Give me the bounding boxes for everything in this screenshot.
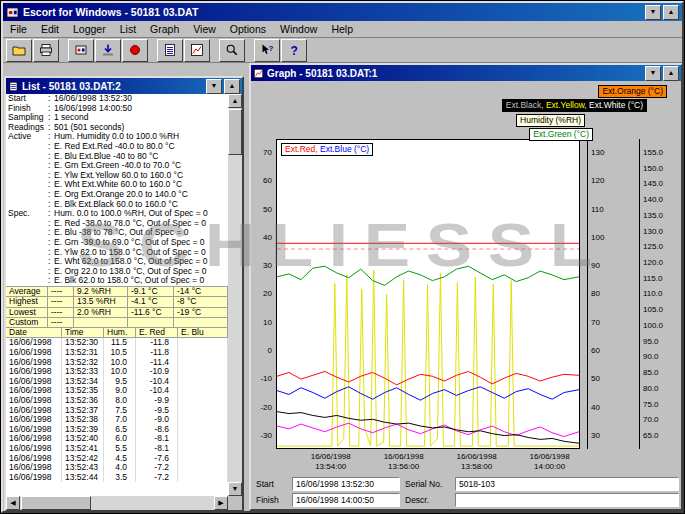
list-body: Start:16/06/1998 13:52:30Finish:16/06/19… — [6, 94, 228, 496]
series-ext-yellow — [277, 270, 579, 446]
axis-tick-label: 65.0 — [643, 431, 675, 440]
graph-view-button[interactable] — [184, 39, 210, 62]
menu-item-edit[interactable]: Edit — [34, 22, 66, 36]
axis-tick-label: -30 — [251, 431, 272, 440]
axis-tick-label: 115.0 — [643, 274, 675, 283]
menu-item-logger[interactable]: Logger — [66, 22, 113, 36]
zoom-icon — [225, 43, 239, 57]
list-maximize-button[interactable]: ▲ — [224, 79, 240, 94]
table-row[interactable]: 16/06/199813:52:415.5-8.1 — [6, 444, 228, 454]
table-row[interactable]: 16/06/199813:52:3011.5-11.8 — [6, 338, 228, 348]
series-humidity — [277, 423, 579, 436]
app-icon — [6, 6, 19, 19]
help-button[interactable]: ? — [281, 39, 307, 62]
graph-window-title-bar[interactable]: Graph - 50181 03.DAT:1 ▼ ▲ — [251, 65, 681, 81]
vertical-scrollbar[interactable]: ▲ ▼ — [228, 94, 242, 496]
info-line: :E. Red Ext.Red -40.0 to 80.0 °C — [6, 142, 228, 152]
axis-tick-label: -20 — [251, 403, 272, 412]
axis-tick-label: 80 — [591, 289, 613, 298]
logger-status-button[interactable] — [122, 39, 148, 62]
info-line: :E. Ylw Ext.Yellow 60.0 to 160.0 °C — [6, 171, 228, 181]
legend-ext-green: Ext.Green (°C) — [529, 128, 593, 141]
scrollbar-corner — [228, 496, 242, 510]
serial-value: 5018-103 — [455, 477, 679, 491]
axis-tick-label: 95.0 — [643, 337, 675, 346]
info-line: :E. Ylw 62.0 to 158.0 °C, Out of Spec = … — [6, 248, 228, 258]
logger-download-button[interactable] — [95, 39, 121, 62]
info-line: :E. Blk Ext.Black 60.0 to 160.0 °C — [6, 200, 228, 210]
scroll-up-button[interactable]: ▲ — [228, 94, 242, 108]
axis-tick-label: 50 — [251, 205, 272, 214]
main-title-bar[interactable]: Escort for Windows - 50181 03.DAT ▼ ▲ — [3, 3, 682, 21]
axis-tick-label: 110.0 — [643, 289, 675, 298]
series-ext-black — [277, 412, 579, 444]
maximize-button[interactable]: ▲ — [663, 5, 679, 20]
axis-tick-label: 105.0 — [643, 305, 675, 314]
help-icon: ? — [287, 43, 301, 57]
axis-tick-label: 60 — [251, 176, 272, 185]
axis-tick-label: 70 — [591, 318, 613, 327]
axis-right-inner: 13012011010090807060504030 — [587, 139, 613, 449]
plot-area[interactable] — [276, 139, 580, 449]
axis-tick-label: 130 — [591, 148, 613, 157]
graph-window-content: Ext.Orange (°C) Ext.Black, Ext.Yellow, E… — [251, 81, 681, 509]
graph-window-icon — [253, 68, 264, 79]
table-row[interactable]: 16/06/199813:52:387.0-9.0 — [6, 415, 228, 425]
menu-item-view[interactable]: View — [186, 22, 223, 36]
menu-item-help[interactable]: Help — [324, 22, 360, 36]
axis-tick-label: 110 — [591, 205, 613, 214]
scroll-left-button[interactable]: ◀ — [6, 496, 20, 510]
scroll-right-button[interactable]: ▶ — [214, 496, 228, 510]
table-row[interactable]: 16/06/199813:52:368.0-9.9 — [6, 396, 228, 406]
zoom-button[interactable] — [219, 39, 245, 62]
table-row[interactable]: 16/06/199813:52:377.5-9.5 — [6, 406, 228, 416]
print-button[interactable] — [33, 39, 59, 62]
start-label: Start — [253, 477, 290, 491]
menu-item-graph[interactable]: Graph — [143, 22, 186, 36]
table-row[interactable]: 16/06/199813:52:396.5-8.6 — [6, 425, 228, 435]
menu-item-options[interactable]: Options — [223, 22, 273, 36]
menu-item-list[interactable]: List — [113, 22, 143, 36]
info-line: :E. Red -38.0 to 78.0 °C, Out of Spec = … — [6, 219, 228, 229]
graph-maximize-button[interactable]: ▲ — [663, 66, 679, 81]
info-line: :E. Blu Ext.Blue -40 to 80 °C — [6, 152, 228, 162]
list-view-button[interactable] — [157, 39, 183, 62]
table-row[interactable]: 16/06/199813:52:349.5-10.4 — [6, 377, 228, 387]
open-file-button[interactable] — [6, 39, 32, 62]
minimize-button[interactable]: ▼ — [645, 5, 661, 20]
table-row[interactable]: 16/06/199813:52:443.5-7.2 — [6, 473, 228, 483]
vertical-scroll-thumb[interactable] — [228, 109, 242, 155]
x-tick-label: 16/06/199813:54:00 — [311, 452, 351, 471]
logger-program-button[interactable] — [68, 39, 94, 62]
table-row[interactable]: 16/06/199813:52:3210.0-11.4 — [6, 358, 228, 368]
serial-label: Serial No. — [402, 477, 453, 491]
table-row[interactable]: 16/06/199813:52:3310.0-10.9 — [6, 367, 228, 377]
table-row[interactable]: 16/06/199813:52:406.0-8.1 — [6, 434, 228, 444]
menu-item-window[interactable]: Window — [273, 22, 324, 36]
scroll-down-button[interactable]: ▼ — [228, 482, 242, 496]
table-row[interactable]: 16/06/199813:52:3110.5-11.8 — [6, 348, 228, 358]
toolbar: ? ? — [3, 38, 682, 63]
axis-tick-label: 120 — [591, 176, 613, 185]
svg-text:?: ? — [291, 44, 298, 58]
table-row[interactable]: 16/06/199813:52:424.5-7.6 — [6, 454, 228, 464]
list-minimize-button[interactable]: ▼ — [206, 79, 222, 94]
table-row[interactable]: 16/06/199813:52:434.0-7.2 — [6, 463, 228, 473]
info-line: Spec.:Hum. 0.0 to 100.0 %RH, Out of Spec… — [6, 209, 228, 219]
table-header: DateTimeHum.E. RedE. Blu — [6, 328, 228, 339]
graph-status-row: Start 16/06/1998 13:52:30 Serial No. 501… — [253, 477, 679, 491]
horizontal-scrollbar[interactable]: ◀ ▶ — [6, 496, 228, 510]
list-window-title-bar[interactable]: List - 50181 03.DAT:2 ▼ ▲ — [6, 78, 242, 94]
context-help-button[interactable]: ? — [254, 39, 280, 62]
graph-window: Graph - 50181 03.DAT:1 ▼ ▲ Ext.Orange (°… — [249, 63, 682, 511]
descr-value — [455, 493, 679, 507]
escort-app-window: Escort for Windows - 50181 03.DAT ▼ ▲ Fi… — [0, 0, 685, 514]
axis-tick-label: 30 — [591, 431, 613, 440]
horizontal-scroll-thumb[interactable] — [21, 496, 91, 510]
info-line: :E. Grn Ext.Green -40.0 to 70.0 °C — [6, 161, 228, 171]
axis-right-outer: 155.0150.0145.0140.0135.0130.0125.0120.0… — [639, 139, 675, 449]
menu-item-file[interactable]: File — [3, 22, 34, 36]
graph-minimize-button[interactable]: ▼ — [645, 66, 661, 81]
table-row[interactable]: 16/06/199813:52:359.0-10.4 — [6, 386, 228, 396]
stats-row: Highest----13.5 %RH-4.1 °C-8 °C — [6, 296, 228, 307]
